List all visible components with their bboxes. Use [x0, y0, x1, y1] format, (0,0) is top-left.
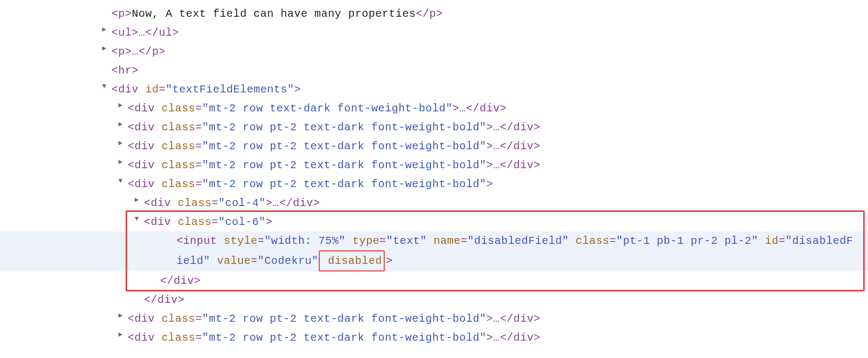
- dom-node-div-row6[interactable]: ▶ <div class="mt-2 row pt-2 text-dark fo…: [0, 309, 868, 328]
- code-line: <ul>…</ul>: [111, 23, 868, 42]
- dom-node-div-row3[interactable]: ▶ <div class="mt-2 row pt-2 text-dark fo…: [0, 137, 868, 156]
- code-line: <p>Now, A text field can have many prope…: [111, 4, 868, 23]
- dom-node-div-row1[interactable]: ▶ <div class="mt-2 row text-dark font-we…: [0, 99, 868, 118]
- collapse-icon[interactable]: ▼: [114, 175, 128, 188]
- code-line: <div class="mt-2 row pt-2 text-dark font…: [128, 328, 868, 347]
- code-line: <div class="mt-2 row pt-2 text-dark font…: [128, 118, 868, 137]
- expand-icon[interactable]: ▶: [130, 194, 144, 207]
- dom-node-div-row2[interactable]: ▶ <div class="mt-2 row pt-2 text-dark fo…: [0, 118, 868, 137]
- code-line: </div>: [160, 271, 868, 290]
- expand-icon[interactable]: ▶: [114, 310, 128, 322]
- code-line: <div id="textFieldElements">: [111, 80, 868, 99]
- collapse-icon[interactable]: ▼: [130, 213, 144, 226]
- dom-node-div-col6-close[interactable]: ▶ </div>: [0, 271, 868, 290]
- dom-node-div-row5-open[interactable]: ▼ <div class="mt-2 row pt-2 text-dark fo…: [0, 175, 868, 194]
- code-line: <hr>: [111, 61, 868, 80]
- dom-node-div-textfieldelements[interactable]: ▼ <div id="textFieldElements">: [0, 80, 868, 99]
- dom-node-div-row4[interactable]: ▶ <div class="mt-2 row pt-2 text-dark fo…: [0, 156, 868, 175]
- expand-icon[interactable]: ▶: [114, 329, 128, 341]
- collapse-icon[interactable]: ▼: [97, 81, 111, 93]
- dom-node-div-row7[interactable]: ▶ <div class="mt-2 row pt-2 text-dark fo…: [0, 328, 868, 347]
- dom-tree: ▶ <p>Now, A text field can have many pro…: [0, 0, 868, 347]
- code-line: <input style="width: 75%" type="text" na…: [176, 231, 868, 271]
- expand-icon[interactable]: ▶: [114, 100, 128, 112]
- dom-node-div-col4[interactable]: ▶ <div class="col-4">…</div>: [0, 194, 868, 213]
- code-line: </div>: [144, 290, 868, 309]
- dom-node-p-text[interactable]: ▶ <p>Now, A text field can have many pro…: [0, 4, 868, 23]
- expand-icon[interactable]: ▶: [114, 156, 128, 169]
- expand-icon[interactable]: ▶: [114, 118, 128, 131]
- code-line: <div class="mt-2 row pt-2 text-dark font…: [128, 156, 868, 175]
- code-line: <div class="mt-2 row pt-2 text-dark font…: [128, 137, 868, 156]
- code-line: <div class="mt-2 row text-dark font-weig…: [128, 99, 868, 118]
- dom-node-input-disabledfield[interactable]: ▶ <input style="width: 75%" type="text" …: [0, 231, 868, 271]
- dom-node-p[interactable]: ▶ <p>…</p>: [0, 42, 868, 61]
- dom-node-ul[interactable]: ▶ <ul>…</ul>: [0, 23, 868, 42]
- expand-icon[interactable]: ▶: [114, 137, 128, 150]
- expand-icon[interactable]: ▶: [97, 43, 111, 55]
- code-line: <div class="col-4">…</div>: [144, 194, 868, 213]
- dom-node-hr[interactable]: ▶ <hr>: [0, 61, 868, 80]
- dom-node-div-row5-close[interactable]: ▶ </div>: [0, 290, 868, 309]
- code-line: <div class="mt-2 row pt-2 text-dark font…: [128, 309, 868, 328]
- dom-node-div-col6-open[interactable]: ▼ <div class="col-6">: [0, 213, 868, 231]
- highlight-box-inner: disabled: [319, 250, 385, 271]
- expand-icon[interactable]: ▶: [97, 24, 111, 36]
- code-line: <p>…</p>: [111, 42, 868, 61]
- code-line: <div class="mt-2 row pt-2 text-dark font…: [128, 175, 868, 194]
- code-line: <div class="col-6">: [144, 213, 868, 231]
